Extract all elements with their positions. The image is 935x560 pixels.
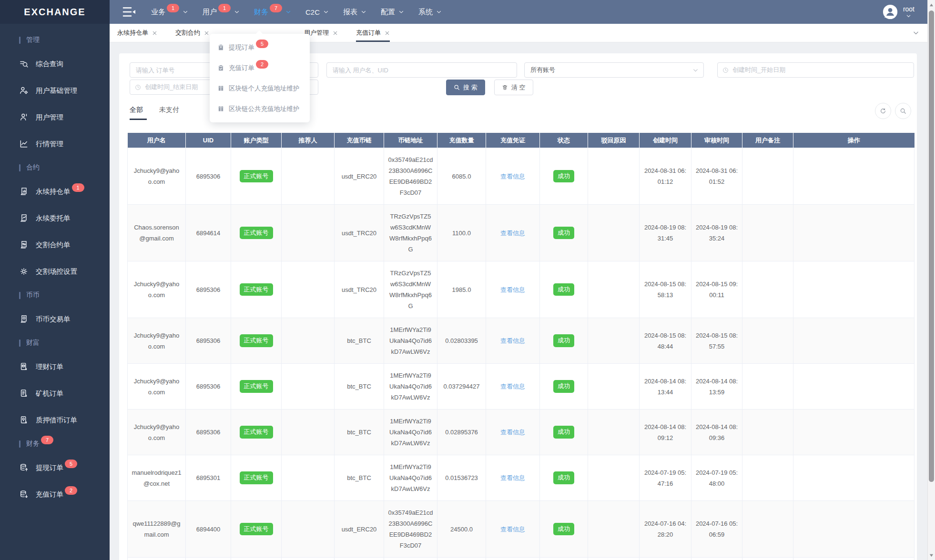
clear-button[interactable]: 清 空 [494,80,533,95]
scroll-up-arrow-icon[interactable] [928,1,935,9]
status-tab-未支付[interactable]: 未支付 [159,106,179,120]
menu-collapse-icon[interactable] [122,6,136,18]
created-at-cell: 2024-07-08 09:38:49 [640,558,691,560]
chevron-down-icon [323,9,329,15]
sidebar-item-用户管理[interactable]: 用户管理 [19,104,110,130]
nav-item-C2C[interactable]: C2C [298,0,336,24]
dropdown-item-提现订单[interactable]: 提现订单5 [210,37,310,58]
sidebar-item-用户基础管理[interactable]: 用户基础管理 [19,77,110,104]
chevron-down-icon [183,9,188,15]
clipboard-check-icon [217,64,224,71]
vertical-scrollbar[interactable] [927,0,935,560]
view-info-link[interactable]: 查看信息 [500,383,525,390]
sidebar-item-提现订单[interactable]: 提现订单5 [19,454,110,481]
book-icon [217,85,224,92]
referrer-cell [282,364,335,410]
sidebar-item-交割场控设置[interactable]: 交割场控设置 [19,258,110,285]
zoom-button[interactable] [895,103,911,119]
username-uid-input[interactable] [326,62,517,78]
coin-cell: usdt_TRC20 [335,205,384,261]
avatar[interactable] [882,4,898,20]
sidebar-item-理财订单[interactable]: 理财订单 [19,353,110,380]
nav-item-财务[interactable]: 财务7 [247,0,298,24]
order-no-input[interactable] [130,62,219,78]
close-icon[interactable] [385,30,390,36]
book-icon [217,105,224,112]
sidebar-item-综合查询[interactable]: 综合查询 [19,50,110,77]
nav-item-label: 财务 [254,8,268,17]
remark-cell [742,410,793,455]
user-cell: Jchucky9@yahoo.com [128,318,186,364]
reject-reason-cell [588,455,640,501]
view-info-link[interactable]: 查看信息 [500,286,525,293]
close-icon[interactable] [152,30,157,36]
account-type-cell: 正式账号 [231,501,282,558]
sidebar-item-交割合约单[interactable]: 交割合约单 [19,231,110,258]
tab-充值订单[interactable]: 充值订单 [356,24,390,42]
scrollbar-thumb[interactable] [929,10,934,482]
tab-永续持仓单[interactable]: 永续持仓单 [117,24,157,42]
status-tab-全部[interactable]: 全部 [130,106,143,120]
tab-label: 充值订单 [356,29,381,37]
nav-item-系统[interactable]: 系统 [411,0,449,24]
sidebar-item-label: 交割合约单 [36,240,71,250]
scroll-down-arrow-icon[interactable] [928,551,935,559]
doc-bar-icon [19,187,29,196]
view-info-link[interactable]: 查看信息 [500,429,525,436]
account-type-select[interactable]: 所有账号 [524,62,704,78]
sidebar-item-矿机订单[interactable]: 矿机订单 [19,380,110,407]
view-info-link[interactable]: 查看信息 [500,474,525,481]
section-bar [19,292,20,299]
search-button[interactable]: 搜 索 [446,80,485,95]
close-icon[interactable] [204,30,209,36]
tabbar-more-button[interactable] [907,24,925,42]
status-badge: 成功 [553,170,574,182]
user-cell: qwe11122889@gmail.com [128,501,186,558]
reject-reason-cell [588,205,640,261]
sidebar-item-永续委托单[interactable]: 永续委托单 [19,205,110,231]
remark-cell [742,364,793,410]
remark-cell [742,205,793,261]
sidebar-item-质押借币订单[interactable]: 质押借币订单 [19,407,110,433]
close-icon[interactable] [333,30,338,36]
account-type-cell: 正式账号 [231,261,282,318]
date-start-input[interactable]: 创建时间_开始日期 [717,62,914,78]
dropdown-item-区块链公共充值地址维护[interactable]: 区块链公共充值地址维护 [210,99,310,119]
status-badge: 成功 [553,380,574,392]
created-at-cell: 2024-08-15 08:58:13 [640,261,691,318]
reject-reason-cell [588,364,640,410]
sidebar-item-行情管理[interactable]: 行情管理 [19,130,110,157]
view-info-link[interactable]: 查看信息 [500,173,525,180]
nav-item-用户[interactable]: 用户1 [195,0,247,24]
view-info-link[interactable]: 查看信息 [500,337,525,344]
user-cell: burton.dillon@gmail.com [128,558,186,560]
status-cell: 成功 [540,318,588,364]
uid-cell: 6895306 [186,364,231,410]
view-info-link[interactable]: 查看信息 [500,230,525,237]
nav-item-业务[interactable]: 业务1 [144,0,195,24]
address-cell: 1MErfWYa2Ti9UkaNa4Qo7id6kD7AwLW6Vz [384,455,437,501]
created-at-cell: 2024-08-31 06:01:12 [640,148,691,205]
sidebar-section-合约: 合约 [19,157,110,178]
dropdown-item-区块链个人充值地址维护[interactable]: 区块链个人充值地址维护 [210,78,310,99]
column-header-创建时间: 创建时间 [640,133,691,148]
sidebar-item-label: 提现订单 [36,463,63,472]
refresh-button[interactable] [875,103,891,119]
sidebar-item-label: 用户管理 [36,113,63,122]
status-cell: 成功 [540,205,588,261]
view-info-link[interactable]: 查看信息 [500,526,525,533]
nav-item-报表[interactable]: 报表 [336,0,374,24]
uid-cell: 6895306 [186,261,231,318]
uid-cell: 6895301 [186,455,231,501]
nav-item-配置[interactable]: 配置 [374,0,411,24]
nav-item-label: 配置 [381,8,395,17]
dropdown-item-充值订单[interactable]: 充值订单2 [210,58,310,78]
sidebar-item-永续持仓单[interactable]: 永续持仓单1 [19,178,110,205]
table-row: Chaos.sorenson@gmail.com6894614正式账号usdt_… [128,205,915,261]
sidebar-section-管理: 管理 [19,30,110,50]
user-menu[interactable]: root [903,5,915,18]
sidebar-item-币币交易单[interactable]: 币币交易单 [19,306,110,332]
doc-updown-icon [19,240,29,250]
table-row: qwe11122889@gmail.com6894400正式账号usdt_ERC… [128,501,915,558]
sidebar-item-充值订单[interactable]: 充值订单2 [19,481,110,508]
